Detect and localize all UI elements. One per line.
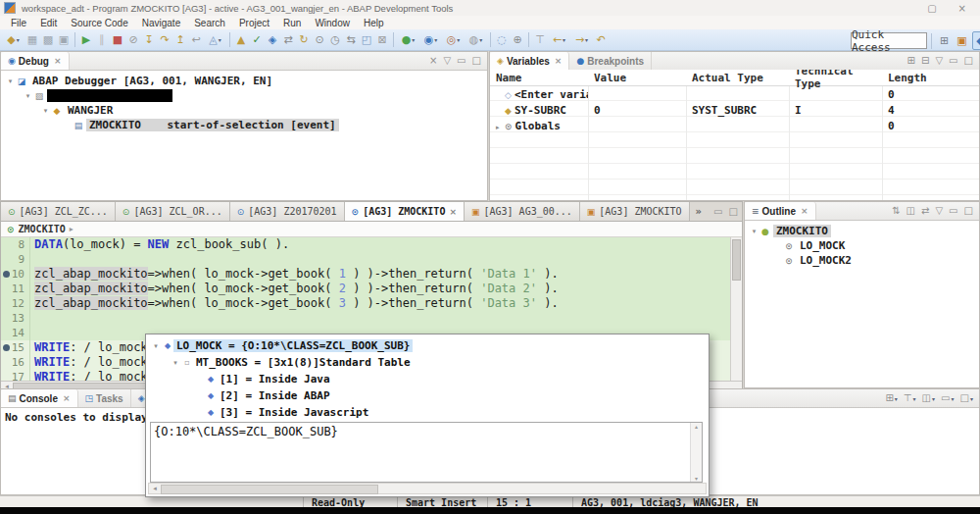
close-icon[interactable]: × [63,393,71,403]
popup-tree-row[interactable]: ◆ [3] = Inside Javascript [146,404,709,421]
view-toolbar-icon[interactable]: □ [964,206,973,216]
view-toolbar-icon[interactable]: ⊤ ▾ [904,393,916,403]
toolbar-icon[interactable]: ✓ ▾ [249,30,265,50]
console-view-tab[interactable]: ▤ Console × [1,389,78,407]
view-toolbar-icon[interactable]: □ [472,56,481,66]
code-line[interactable]: 13 [1,311,742,326]
toolbar-icon[interactable]: ↥ ▾ [172,30,188,50]
chevron-right-icon[interactable]: ▸ [70,225,74,233]
toolbar-icon[interactable]: ↩ ▾ [188,30,204,50]
toolbar-icon[interactable]: ↶ ▾ [593,30,609,50]
toolbar-icon[interactable]: ▦ ▾ [24,30,40,50]
expander-icon[interactable]: ▾ [150,342,162,350]
toolbar-icon[interactable]: ▾ [487,30,494,50]
variables-view-tab[interactable]: ◈ Variables × [490,52,569,70]
menu-item[interactable]: File [4,18,33,28]
toolbar-icon[interactable]: ⊤ ▾ [532,30,548,50]
popup-tree-row[interactable]: ◆ [1] = Inside Java [146,371,709,387]
perspective-icon[interactable]: ▣ [955,32,969,49]
line-number-gutter[interactable]: 13 [1,311,30,326]
toolbar-icon[interactable]: ◌ ▾ [494,30,510,50]
scroll-left-icon[interactable]: ◂ [149,485,161,492]
variable-row[interactable]: ◇<Enter variab 0 [490,86,979,102]
view-toolbar-icon[interactable]: ▽ [935,56,943,66]
close-icon[interactable]: × [801,206,808,216]
value-text-area[interactable]: {O:10*\CLASS=ZCL_BOOK_SUB} ▴ ▾ [150,422,703,483]
debug-tree-row[interactable]: ▤ ZMOCKITO start-of-selection [event] [1,118,487,132]
scroll-down-icon[interactable]: ▾ [695,475,698,482]
expander-icon[interactable]: ▾ [170,359,181,367]
toolbar-icon[interactable]: → ▾ [570,30,593,50]
toolbar-icon[interactable]: ▣ ▾ [56,30,72,50]
view-toolbar-icon[interactable]: ▽ [935,206,943,216]
view-toolbar-icon[interactable]: ⇅ [892,206,900,216]
toolbar-icon[interactable]: ← ▾ [548,30,570,50]
toolbar-icon[interactable]: ◈ ▾ [265,30,280,50]
menu-item[interactable]: Help [357,18,391,28]
expander-icon[interactable]: ▾ [40,107,51,115]
toolbar-icon[interactable]: ⊕ ▾ [510,30,525,50]
toolbar-icon[interactable]: ▾ [525,30,532,50]
toolbar-icon[interactable]: ▶ ▾ [78,30,94,50]
toolbar-icon[interactable]: ▾ [390,30,397,50]
editor-tab[interactable]: ⊙ [AG3] ZMOCKITO × [345,202,465,221]
toolbar-icon[interactable]: ⊙ ▾ [312,30,327,50]
view-toolbar-icon[interactable]: ⊟ [921,56,929,66]
code-line[interactable]: 10 zcl_abap_mockito=>when( lo_mock->get_… [1,267,742,282]
line-number-gutter[interactable]: 10 [1,267,30,282]
editor-window-icon[interactable]: ▭ [713,206,722,217]
tab-debug[interactable]: ◉ Debug × [1,52,70,70]
view-toolbar-icon[interactable]: × [429,56,437,66]
editor-tab[interactable]: ▣ [AG3] ZMOCKITO × [580,202,690,221]
line-number-gutter[interactable]: 11 [1,282,30,296]
toolbar-icon[interactable]: ⊘ ▾ [125,30,141,50]
menu-item[interactable]: Source Code [64,18,134,28]
line-number-gutter[interactable]: 12 [1,296,30,311]
toolbar-icon[interactable]: ▲ ▾ [233,30,249,50]
editor-window-icon[interactable]: □ [729,206,738,217]
editor-tab[interactable]: ⊙ [AG3] Z20170201 × [230,202,345,221]
code-line[interactable]: 12 zcl_abap_mockito=>when( lo_mock->get_… [1,296,742,311]
editor-vertical-scrollbar[interactable] [730,237,742,381]
restore-window-icon[interactable]: ▢ [927,3,936,14]
view-toolbar-icon[interactable]: ▭ ▾ [941,393,954,403]
tab-outline[interactable]: ≡ Outline × [745,202,816,220]
line-number-gutter[interactable]: 15 [1,340,30,355]
debug-tree-row[interactable]: ▾ ◆ WANGJER [1,103,487,118]
breadcrumb[interactable]: ⊙ ZMOCKITO ▸ [1,222,742,237]
toolbar-icon[interactable]: ◎ ▾ [442,30,465,50]
close-icon[interactable]: × [449,207,457,217]
toolbar-icon[interactable]: ◷ ▾ [327,30,343,50]
code-line[interactable]: 8 DATA(lo_mock) = NEW zcl_book_sub( ). [1,237,742,252]
perspective-icon[interactable]: ⊞ [937,32,952,49]
toolbar-icon[interactable]: ⇆ ▾ [343,30,359,50]
code-line[interactable]: 9 [1,252,742,267]
expander-icon[interactable]: ▾ [749,228,760,235]
view-toolbar-icon[interactable]: ▭ [949,56,957,66]
expander-icon[interactable]: ▾ [23,92,33,100]
outline-tree-row[interactable]: ⊙ LO_MOCK2 [745,253,979,268]
menu-item[interactable]: Project [232,18,276,28]
toolbar-icon[interactable]: ⇄ ▾ [280,30,296,50]
console-view-tab[interactable]: ◳ Tasks × [78,389,131,407]
view-toolbar-icon[interactable]: ▭ [949,206,957,216]
view-toolbar-icon[interactable]: ⇄ [921,206,929,216]
editor-tab[interactable]: ⊙ [AG3] ZCL_OR... × [116,202,230,221]
view-toolbar-icon[interactable]: ▽ [443,56,451,66]
variables-table-header[interactable]: Name Value Actual Type Technical Type Le… [490,70,979,86]
code-line[interactable]: 11 zcl_abap_mockito=>when( lo_mock->get_… [1,282,742,296]
variable-row[interactable]: ◆SY-SUBRC 0 SYST_SUBRC I 4 [490,102,979,118]
quick-access-box[interactable]: Quick Access [851,32,927,49]
tab-overflow-chevron[interactable]: » [690,202,708,221]
expander-icon[interactable]: ▸ [496,124,505,131]
menu-item[interactable]: Navigate [135,18,187,28]
variable-row[interactable]: ▸⊙Globals 0 [490,118,979,133]
editor-tab[interactable]: ▣ [AG3] AG3_00... × [465,202,580,221]
outline-tree-row[interactable]: ▾ ● ZMOCKITO [745,224,979,238]
toolbar-icon[interactable]: ↷ ▾ [157,30,172,50]
popup-tree-row[interactable]: ▾ ▫ MT_BOOKS = [3x1(8)]Standard Table [146,354,709,371]
scroll-up-icon[interactable]: ▴ [695,423,698,430]
toolbar-icon[interactable]: ▩ ▾ [40,30,56,50]
debug-tree-row[interactable]: ▾ ◪ ABAP Debugger [AG3, 001, WANGJER, EN… [1,74,487,88]
breakpoint-icon[interactable] [3,344,10,351]
